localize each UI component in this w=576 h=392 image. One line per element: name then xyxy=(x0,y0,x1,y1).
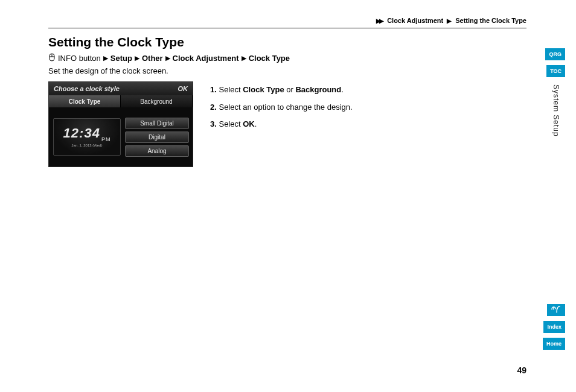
step-1-text-mid: or xyxy=(284,85,296,94)
mouse-icon xyxy=(48,53,56,63)
breadcrumb: ▶▶ Clock Adjustment ▶ Setting the Clock … xyxy=(376,17,526,24)
step-3-end: . xyxy=(255,119,257,128)
side-nav-bottom: Index Home xyxy=(543,304,565,350)
nav-info-button: INFO button xyxy=(58,54,101,63)
ss-tab-clock-type: Clock Type xyxy=(49,95,121,107)
nav-sep-icon: ▶ xyxy=(135,54,139,62)
ss-tab-background: Background xyxy=(121,95,193,107)
ss-option-small-digital: Small Digital xyxy=(125,118,189,129)
nav-qrg-button[interactable]: QRG xyxy=(545,48,565,60)
ss-clock-preview: 12:34PM Jan. 1, 2013 (Wed) xyxy=(49,107,125,166)
ss-header-ok: OK xyxy=(178,85,188,92)
step-1-background: Background xyxy=(295,85,341,94)
section-label: System Setup xyxy=(552,84,560,137)
step-3-ok: OK xyxy=(243,119,255,128)
ss-header-title: Choose a clock style xyxy=(54,85,120,92)
ss-option-analog: Analog xyxy=(125,145,189,157)
page-number: 49 xyxy=(517,365,526,375)
nav-other: Other xyxy=(142,54,163,63)
step-2-text: Select an option to change the design. xyxy=(219,103,352,112)
step-3-text-a: Select xyxy=(219,119,243,128)
step-1: 1. Select Clock Type or Background. xyxy=(210,81,353,99)
step-2: 2. Select an option to change the design… xyxy=(210,99,353,116)
breadcrumb-sep-icon: ▶ xyxy=(447,17,452,24)
clock-style-screenshot: Choose a clock style OK Clock Type Backg… xyxy=(48,81,193,167)
nav-clock-type: Clock Type xyxy=(249,54,290,63)
step-1-end: . xyxy=(341,85,344,94)
breadcrumb-item-2[interactable]: Setting the Clock Type xyxy=(455,17,526,24)
page-title: Setting the Clock Type xyxy=(48,35,516,49)
nav-path: INFO button ▶ Setup ▶ Other ▶ Clock Adju… xyxy=(48,53,516,63)
nav-home-button[interactable]: Home xyxy=(543,338,565,350)
ss-clock-time: 12:34 xyxy=(63,125,100,141)
nav-clock-adjustment: Clock Adjustment xyxy=(173,54,239,63)
step-2-num: 2. xyxy=(210,103,217,112)
nav-sep-icon: ▶ xyxy=(242,54,246,62)
nav-setup: Setup xyxy=(110,54,132,63)
ss-clock-ampm: PM xyxy=(101,136,111,142)
nav-toc-button[interactable]: TOC xyxy=(546,65,565,77)
ss-option-digital: Digital xyxy=(125,131,189,143)
breadcrumb-item-1[interactable]: Clock Adjustment xyxy=(387,17,443,24)
side-nav-top: QRG TOC System Setup xyxy=(545,48,565,137)
nav-voice-button[interactable] xyxy=(547,304,565,316)
nav-sep-icon: ▶ xyxy=(103,54,108,62)
lead-text: Set the design of the clock screen. xyxy=(48,66,516,75)
step-1-num: 1. xyxy=(210,85,217,94)
nav-index-button[interactable]: Index xyxy=(543,321,565,333)
main-content: Setting the Clock Type INFO button ▶ Set… xyxy=(48,35,516,167)
step-1-clock-type: Clock Type xyxy=(243,85,284,94)
breadcrumb-arrows-icon: ▶▶ xyxy=(376,17,382,24)
step-3-num: 3. xyxy=(210,119,217,128)
top-rule xyxy=(48,28,526,28)
step-1-text-a: Select xyxy=(219,85,243,94)
nav-sep-icon: ▶ xyxy=(165,54,170,62)
steps-list: 1. Select Clock Type or Background. 2. S… xyxy=(210,81,353,133)
ss-clock-date: Jan. 1, 2013 (Wed) xyxy=(72,144,103,147)
step-3: 3. Select OK. xyxy=(210,116,353,133)
voice-icon xyxy=(551,306,561,314)
